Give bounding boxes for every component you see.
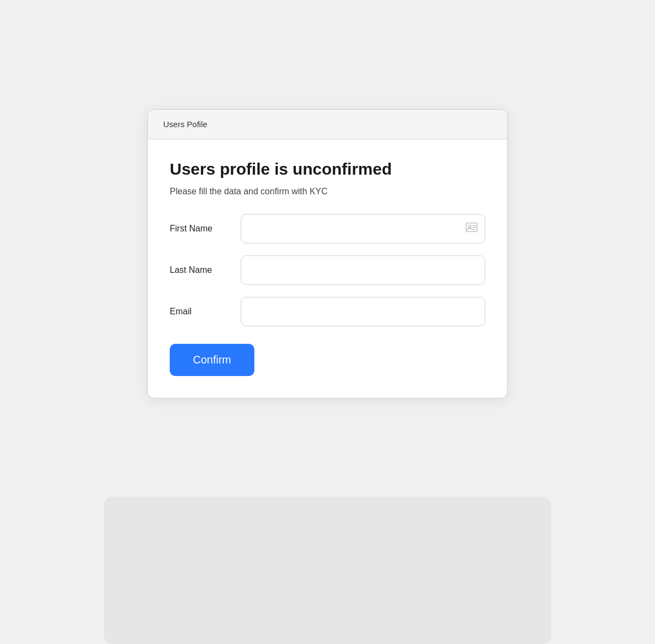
modal-body: Users profile is unconfirmed Please fill…	[148, 140, 507, 398]
first-name-wrapper	[241, 214, 485, 243]
modal-main-title: Users profile is unconfirmed	[170, 159, 485, 179]
label-first-name: First Name	[170, 224, 241, 234]
label-last-name: Last Name	[170, 265, 241, 275]
form-row-email: Email	[170, 297, 485, 326]
email-input[interactable]	[241, 297, 485, 326]
modal-container: Users Pofile Users profile is unconfirme…	[147, 109, 508, 398]
background-blur	[104, 497, 551, 644]
modal-header: Users Pofile	[148, 110, 507, 140]
email-wrapper	[241, 297, 485, 326]
confirm-button[interactable]: Confirm	[170, 344, 254, 376]
last-name-input[interactable]	[241, 255, 485, 285]
last-name-wrapper	[241, 255, 485, 285]
form-row-last-name: Last Name	[170, 255, 485, 285]
form-row-first-name: First Name	[170, 214, 485, 243]
label-email: Email	[170, 307, 241, 317]
first-name-input[interactable]	[241, 214, 485, 243]
modal-header-title: Users Pofile	[163, 120, 207, 129]
modal-subtitle: Please fill the data and confirm with KY…	[170, 187, 485, 196]
